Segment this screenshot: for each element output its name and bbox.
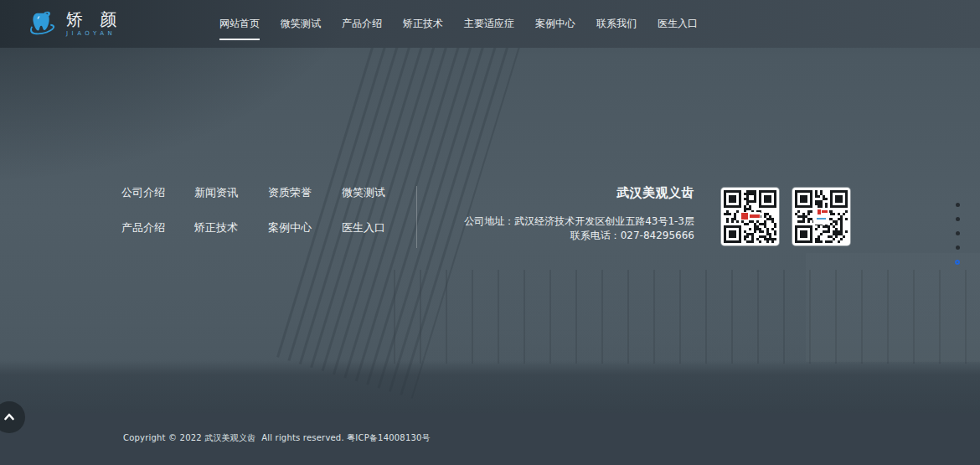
qr-code-left[interactable] bbox=[721, 188, 779, 245]
footer-divider bbox=[416, 186, 417, 248]
pager-dot bbox=[956, 231, 960, 235]
pager-dot bbox=[956, 203, 960, 207]
nav-item-8[interactable]: 医生入口 bbox=[658, 0, 698, 48]
quick-link-3[interactable]: 资质荣誉 bbox=[268, 185, 342, 200]
brand-name-cn: 矫 颜 bbox=[66, 11, 122, 28]
pager-dot-2[interactable] bbox=[952, 212, 963, 226]
company-address: 公司地址：武汉经济技术开发区创业五路43号1-3层 bbox=[418, 214, 694, 229]
quick-link-5[interactable]: 产品介绍 bbox=[121, 220, 194, 235]
quick-link-2[interactable]: 新闻资讯 bbox=[194, 185, 268, 200]
nav-item-7[interactable]: 联系我们 bbox=[596, 0, 637, 48]
quick-link-6[interactable]: 矫正技术 bbox=[194, 220, 268, 235]
site-header: 矫 颜 JIAOYAN 网站首页微笑测试产品介绍矫正技术主要适应症案例中心联系我… bbox=[0, 0, 980, 48]
pager-dot-4[interactable] bbox=[952, 240, 963, 255]
qr-code-right[interactable] bbox=[792, 188, 850, 245]
page: 矫 颜 JIAOYAN 网站首页微笑测试产品介绍矫正技术主要适应症案例中心联系我… bbox=[0, 0, 980, 465]
quick-link-4[interactable]: 微笑测试 bbox=[342, 185, 385, 200]
quick-link-1[interactable]: 公司介绍 bbox=[121, 185, 194, 200]
nav-item-1[interactable]: 网站首页 bbox=[219, 0, 260, 48]
pager-dot-1[interactable] bbox=[952, 198, 963, 212]
company-info-block: 武汉美观义齿 公司地址：武汉经济技术开发区创业五路43号1-3层 联系电话：02… bbox=[418, 185, 694, 243]
pager-dot bbox=[956, 217, 960, 221]
section-pager-dots bbox=[952, 198, 963, 269]
pager-dot-3[interactable] bbox=[952, 226, 963, 240]
nav-item-2[interactable]: 微笑测试 bbox=[281, 0, 321, 48]
background-window-stripes bbox=[394, 270, 980, 364]
nav-item-6[interactable]: 案例中心 bbox=[535, 0, 575, 48]
chevron-up-icon bbox=[1, 409, 18, 426]
copyright-text: Copyright © 2022 武汉美观义齿 All rights reser… bbox=[123, 432, 431, 444]
company-contact: 公司地址：武汉经济技术开发区创业五路43号1-3层 联系电话：027-84295… bbox=[418, 214, 694, 243]
brand-logo[interactable]: 矫 颜 JIAOYAN bbox=[28, 8, 122, 39]
background-light-panel bbox=[806, 253, 980, 362]
pager-dot bbox=[956, 245, 960, 250]
bottom-bar: Copyright © 2022 武汉美观义齿 All rights reser… bbox=[0, 413, 980, 465]
quick-link-8[interactable]: 医生入口 bbox=[342, 220, 385, 235]
nav-item-5[interactable]: 主要适应症 bbox=[464, 0, 514, 48]
footer-quick-links: 公司介绍新闻资讯资质荣誉微笑测试产品介绍矫正技术案例中心医生入口 bbox=[121, 185, 385, 235]
brand-text: 矫 颜 JIAOYAN bbox=[66, 11, 122, 37]
brand-name-en: JIAOYAN bbox=[66, 30, 122, 37]
tooth-logo-icon bbox=[28, 8, 59, 39]
nav-item-3[interactable]: 产品介绍 bbox=[342, 0, 382, 48]
company-name: 武汉美观义齿 bbox=[418, 185, 694, 201]
quick-link-7[interactable]: 案例中心 bbox=[268, 220, 342, 235]
main-nav: 网站首页微笑测试产品介绍矫正技术主要适应症案例中心联系我们医生入口 bbox=[219, 0, 698, 48]
pager-dot-5[interactable] bbox=[952, 255, 963, 269]
pager-dot-active bbox=[955, 260, 960, 265]
background-dark-band bbox=[0, 360, 980, 413]
nav-item-4[interactable]: 矫正技术 bbox=[403, 0, 443, 48]
company-phone: 联系电话：027-84295666 bbox=[418, 229, 694, 243]
